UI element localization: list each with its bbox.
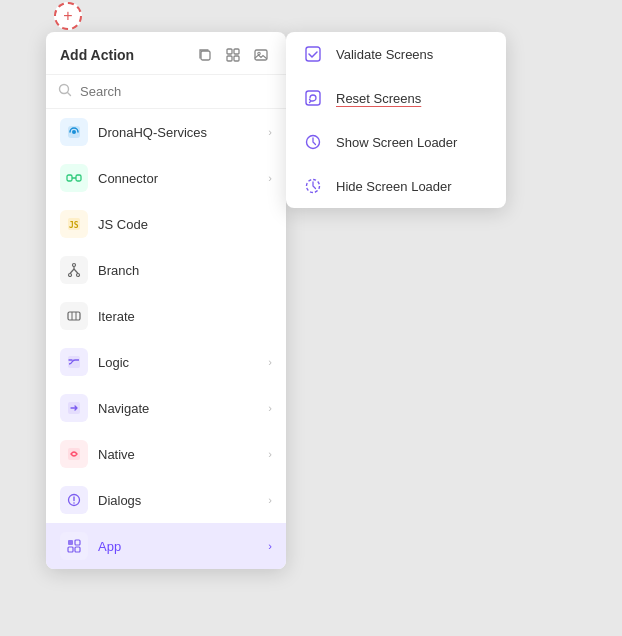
iterate-icon — [60, 302, 88, 330]
svg-rect-11 — [67, 175, 72, 181]
app-icon — [60, 532, 88, 560]
svg-point-17 — [69, 274, 72, 277]
svg-point-29 — [73, 502, 75, 504]
plus-icon: + — [63, 7, 72, 25]
js-label: JS Code — [98, 217, 272, 232]
navigate-icon — [60, 394, 88, 422]
search-input[interactable] — [80, 84, 274, 99]
drona-label: DronaHQ-Services — [98, 125, 268, 140]
svg-rect-3 — [227, 56, 232, 61]
iterate-label: Iterate — [98, 309, 272, 324]
svg-rect-12 — [76, 175, 81, 181]
svg-point-16 — [73, 264, 76, 267]
add-action-panel: Add Action — [46, 32, 286, 569]
panel-header: Add Action — [46, 32, 286, 75]
svg-line-21 — [74, 269, 78, 274]
menu-list: DronaHQ-Services › Connector › JS — [46, 109, 286, 569]
svg-line-8 — [68, 93, 71, 96]
svg-rect-33 — [75, 547, 80, 552]
branch-label: Branch — [98, 263, 272, 278]
navigate-arrow: › — [268, 402, 272, 414]
svg-rect-40 — [306, 91, 320, 105]
svg-rect-32 — [68, 547, 73, 552]
copy-icon-button[interactable] — [194, 44, 216, 66]
svg-point-18 — [77, 274, 80, 277]
app-arrow: › — [268, 540, 272, 552]
copy-icon — [197, 47, 213, 63]
menu-item-native[interactable]: Native › — [46, 431, 286, 477]
header-icons-group — [194, 44, 272, 66]
image-icon-button[interactable] — [250, 44, 272, 66]
svg-rect-31 — [75, 540, 80, 545]
svg-rect-39 — [306, 47, 320, 61]
svg-point-6 — [258, 52, 260, 54]
connector-icon — [60, 164, 88, 192]
svg-text:JS: JS — [69, 221, 79, 230]
submenu-item-show-loader[interactable]: Show Screen Loader — [286, 120, 506, 164]
image-icon — [253, 47, 269, 63]
menu-item-navigate[interactable]: Navigate › — [46, 385, 286, 431]
menu-item-drona[interactable]: DronaHQ-Services › — [46, 109, 286, 155]
grid-icon-button[interactable] — [222, 44, 244, 66]
drona-arrow: › — [268, 126, 272, 138]
add-plus-button[interactable]: + — [54, 2, 82, 30]
connector-label: Connector — [98, 171, 268, 186]
submenu-panel: Validate Screens Reset Screens Show Scre… — [286, 32, 506, 208]
native-arrow: › — [268, 448, 272, 460]
svg-rect-4 — [234, 56, 239, 61]
grid-icon — [225, 47, 241, 63]
menu-item-branch[interactable]: Branch — [46, 247, 286, 293]
validate-label: Validate Screens — [336, 47, 433, 62]
menu-item-iterate[interactable]: Iterate — [46, 293, 286, 339]
connector-arrow: › — [268, 172, 272, 184]
svg-rect-0 — [201, 51, 210, 60]
panel-title: Add Action — [60, 47, 134, 63]
show-loader-icon — [302, 131, 324, 153]
submenu-item-validate[interactable]: Validate Screens — [286, 32, 506, 76]
svg-rect-22 — [68, 312, 80, 320]
show-loader-label: Show Screen Loader — [336, 135, 457, 150]
js-icon: JS — [60, 210, 88, 238]
dialogs-icon — [60, 486, 88, 514]
native-label: Native — [98, 447, 268, 462]
search-icon — [58, 83, 72, 100]
submenu-item-hide-loader[interactable]: Hide Screen Loader — [286, 164, 506, 208]
search-row — [46, 75, 286, 109]
logic-icon — [60, 348, 88, 376]
branch-icon — [60, 256, 88, 284]
menu-item-js[interactable]: JS JS Code — [46, 201, 286, 247]
validate-icon — [302, 43, 324, 65]
svg-rect-5 — [255, 50, 267, 60]
reset-icon — [302, 87, 324, 109]
native-icon — [60, 440, 88, 468]
menu-item-logic[interactable]: Logic › — [46, 339, 286, 385]
drona-icon — [60, 118, 88, 146]
dialogs-label: Dialogs — [98, 493, 268, 508]
dialogs-arrow: › — [268, 494, 272, 506]
svg-rect-1 — [227, 49, 232, 54]
app-label: App — [98, 539, 268, 554]
svg-line-20 — [70, 269, 74, 274]
svg-rect-2 — [234, 49, 239, 54]
menu-item-dialogs[interactable]: Dialogs › — [46, 477, 286, 523]
svg-rect-30 — [68, 540, 73, 545]
menu-item-app[interactable]: App › — [46, 523, 286, 569]
hide-loader-icon — [302, 175, 324, 197]
svg-rect-25 — [68, 356, 80, 368]
svg-rect-27 — [68, 448, 80, 460]
svg-point-10 — [72, 130, 76, 134]
logic-label: Logic — [98, 355, 268, 370]
hide-loader-label: Hide Screen Loader — [336, 179, 452, 194]
navigate-label: Navigate — [98, 401, 268, 416]
menu-item-connector[interactable]: Connector › — [46, 155, 286, 201]
logic-arrow: › — [268, 356, 272, 368]
submenu-item-reset[interactable]: Reset Screens — [286, 76, 506, 120]
reset-label: Reset Screens — [336, 91, 421, 106]
